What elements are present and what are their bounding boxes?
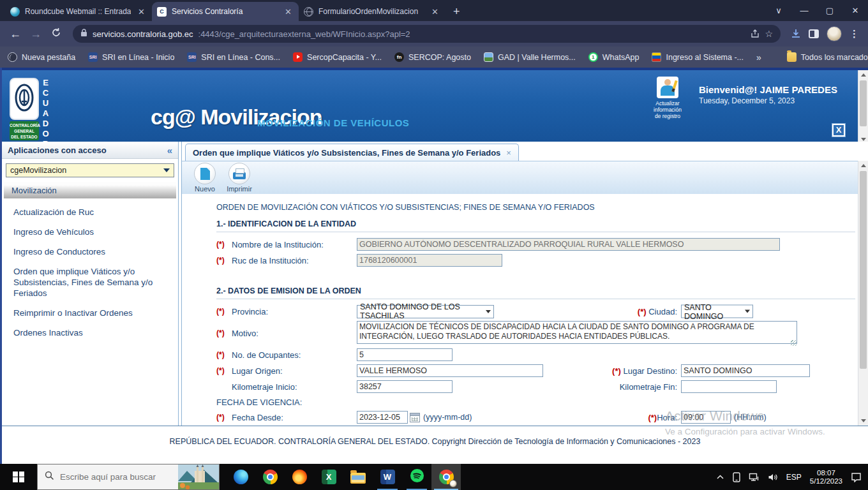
volume-icon[interactable]	[768, 473, 778, 482]
scrollbar-thumb[interactable]	[860, 171, 867, 369]
taskbar-chrome[interactable]	[255, 464, 285, 490]
browser-tab-servicios[interactable]: C Servicios Contraloría ✕	[152, 2, 299, 21]
update-profile-button[interactable]: Actualizar información de registro	[645, 77, 690, 119]
taskbar-search[interactable]	[37, 464, 220, 490]
km-fin-input[interactable]	[681, 380, 777, 393]
nombre-input[interactable]	[357, 238, 780, 251]
clock[interactable]: 08:07 5/12/2023	[810, 469, 842, 486]
header-close-button[interactable]: X	[832, 124, 845, 137]
start-button[interactable]	[0, 464, 37, 490]
destino-input[interactable]	[681, 364, 810, 377]
taskbar-firefox[interactable]	[285, 464, 314, 490]
taskbar-chrome-active[interactable]	[431, 464, 461, 490]
forward-icon[interactable]: →	[27, 27, 45, 41]
bookmark-nueva-pestana[interactable]: Nueva pestaña	[8, 52, 75, 62]
side-panel-icon[interactable]	[809, 29, 819, 38]
chevron-down-icon	[745, 310, 750, 313]
bookmarks-overflow-icon[interactable]: »	[756, 52, 761, 63]
taskbar-spotify[interactable]	[402, 464, 431, 490]
tab-search-chevron-icon[interactable]: ∨	[766, 0, 791, 21]
taskbar-excel[interactable]: X	[314, 464, 343, 490]
resize-grip-icon[interactable]	[791, 340, 797, 346]
scroll-up-icon[interactable]	[858, 161, 868, 170]
sidebar-item-orden-viaticos[interactable]: Orden que implique Viáticos y/o Subsiste…	[2, 262, 178, 303]
bookmark-whatsapp[interactable]: 1 WhatsApp	[588, 52, 640, 62]
sidebar-item-ordenes-inactivas[interactable]: Ordenes Inactivas	[2, 323, 178, 343]
browser-menu-icon[interactable]: ⋮	[849, 28, 859, 40]
bookmark-sercop-agosto[interactable]: fn SERCOP: Agosto	[394, 52, 471, 62]
minimize-button[interactable]: —	[791, 0, 817, 21]
time-format-hint: (HH:mm)	[734, 413, 767, 422]
current-date: Tuesday, December 5, 2023	[699, 96, 837, 105]
tab-close-icon[interactable]: ✕	[136, 7, 147, 17]
back-icon[interactable]: ←	[6, 27, 24, 41]
calendar-icon[interactable]	[410, 413, 420, 422]
network-icon[interactable]	[749, 473, 760, 482]
maximize-button[interactable]: ▢	[817, 0, 842, 21]
tray-expand-icon[interactable]	[716, 474, 724, 480]
address-bar[interactable]: servicios.contraloria.gob.ec :4443/cge_a…	[73, 25, 781, 43]
bookmark-gad-valle-hermoso[interactable]: GAD | Valle Hermos...	[484, 52, 576, 62]
user-avatar-icon	[657, 77, 678, 98]
logo-ecuador-label: ECUADOR	[41, 78, 50, 149]
scrollbar-thumb[interactable]	[860, 80, 867, 126]
profile-avatar[interactable]	[827, 26, 842, 41]
imprimir-button[interactable]: Imprimir	[224, 163, 255, 193]
collapse-sidebar-icon[interactable]: «	[167, 145, 172, 156]
language-indicator[interactable]: ESP	[786, 473, 802, 482]
motivo-textarea[interactable]: MOVILIZACION DE TÉCNICOS DE DISCAPACIDAD…	[357, 321, 797, 344]
sidebar-item-reimprimir-inactivar[interactable]: Reimprimir o Inactivar Ordenes	[2, 303, 178, 323]
application-select[interactable]: cgeMovilizacion	[6, 163, 174, 177]
scroll-down-icon[interactable]	[858, 416, 868, 426]
ciudad-select[interactable]: SANTO DOMINGO	[681, 305, 753, 318]
bookmark-ingreso-sistema[interactable]: Ingreso al Sistema -...	[652, 52, 744, 62]
ruc-input[interactable]	[357, 254, 502, 267]
browser-tab-formulario[interactable]: FormularioOrdenMovilizacion ✕	[299, 2, 445, 21]
content-scrollbar[interactable]	[858, 161, 868, 426]
sidebar-item-actualizacion-ruc[interactable]: Actualización de Ruc	[2, 202, 178, 222]
bookmark-sercopcapacita[interactable]: SercopCapacita - Y...	[293, 52, 382, 62]
search-highlight-image[interactable]	[178, 464, 219, 489]
bookmark-sri-inicio[interactable]: SRI SRI en Línea - Inicio	[88, 52, 174, 62]
notification-center-icon[interactable]	[851, 472, 862, 482]
hora-label: Hora:	[657, 413, 677, 422]
tab-close-icon[interactable]: ✕	[283, 7, 294, 17]
bookmark-sri-consultas[interactable]: SRI SRI en Línea - Cons...	[187, 52, 280, 62]
gad-icon	[484, 52, 493, 62]
content-tab-orden[interactable]: Orden que implique Viáticos y/o Subsiste…	[185, 144, 519, 161]
chevron-down-icon	[163, 168, 170, 172]
taskbar-explorer[interactable]	[343, 464, 373, 490]
field-row-origen: (*) Lugar Origen: (*) Lugar Destino:	[216, 363, 868, 378]
header-scrollbar[interactable]	[858, 70, 868, 144]
close-window-button[interactable]: ✕	[842, 0, 868, 21]
nombre-label: Nombre de la Institución:	[232, 240, 357, 249]
page-footer: REPÚBLICA DEL ECUADOR. CONTRALORÍA GENER…	[2, 426, 868, 463]
bookmark-star-icon[interactable]: ☆	[765, 29, 773, 39]
hora-desde-input[interactable]	[681, 411, 731, 424]
tab-close-icon[interactable]: ✕	[430, 7, 440, 17]
nuevo-button[interactable]: Nuevo	[190, 163, 220, 193]
your-phone-icon[interactable]	[733, 472, 740, 482]
reload-icon[interactable]	[47, 27, 65, 41]
share-icon[interactable]	[751, 29, 760, 38]
fecha-desde-input[interactable]	[357, 411, 408, 424]
km-fin-label: Kilometraje Fin:	[620, 382, 677, 392]
browser-tab-roundcube[interactable]: Roundcube Webmail :: Entrada ✕	[5, 2, 152, 21]
roundcube-favicon	[10, 7, 20, 17]
sidebar-item-ingreso-vehiculos[interactable]: Ingreso de Vehículos	[2, 222, 178, 242]
taskbar-edge[interactable]	[226, 464, 255, 490]
provincia-select[interactable]: SANTO DOMINGO DE LOS TSACHILAS	[357, 305, 494, 318]
ocupantes-input[interactable]	[357, 348, 453, 361]
app-subtitle: MOVILIZACIÓN DE VEHÍCULOS	[257, 117, 409, 128]
search-input[interactable]	[60, 472, 156, 482]
navbar-actions: ⋮	[788, 26, 862, 41]
new-tab-button[interactable]: +	[445, 5, 468, 21]
chrome-icon	[263, 470, 278, 484]
content-tab-close-icon[interactable]: ×	[506, 148, 511, 158]
km-inicio-input[interactable]	[357, 380, 453, 393]
all-bookmarks-folder[interactable]: Todos los marcadores	[787, 52, 868, 62]
downloads-icon[interactable]	[791, 29, 801, 39]
scroll-up-icon[interactable]	[858, 70, 868, 80]
taskbar-word[interactable]: W	[373, 464, 402, 490]
sidebar-item-ingreso-conductores[interactable]: Ingreso de Conductores	[2, 242, 178, 262]
